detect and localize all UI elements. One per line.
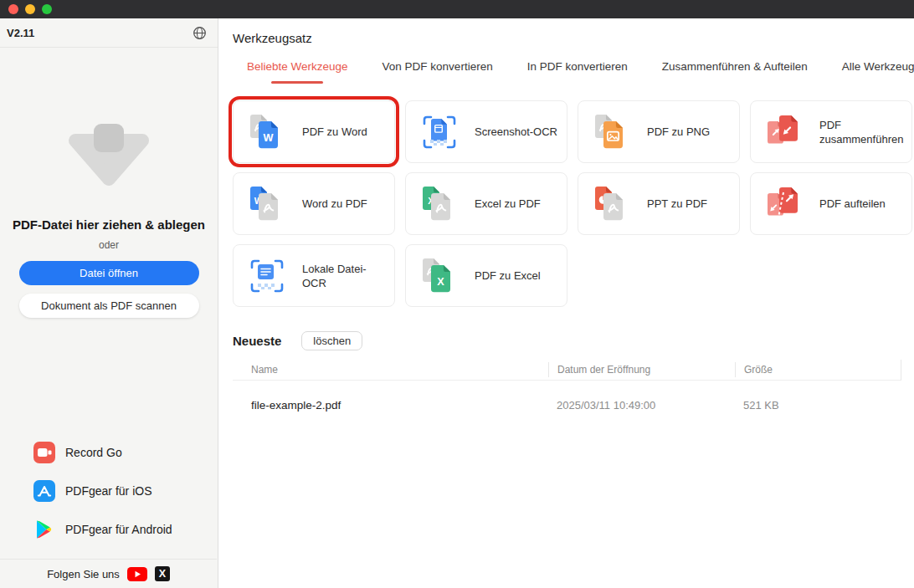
x-icon[interactable]: X bbox=[155, 566, 170, 581]
tool-label: PDF zu PNG bbox=[647, 125, 715, 139]
sidebar-link-label: PDFgear für iOS bbox=[65, 484, 151, 498]
recent-file-date: 2025/03/11 10:49:00 bbox=[548, 399, 735, 412]
tab-in-pdf-konvertieren[interactable]: In PDF konvertieren bbox=[527, 60, 628, 84]
column-header-date: Datum der Eröffnung bbox=[548, 362, 735, 377]
tool-label: Screenshot-OCR bbox=[475, 125, 562, 139]
excel-to-pdf-icon: X bbox=[421, 186, 458, 222]
dropzone-title: PDF-Datei hier ziehen & ablegen bbox=[0, 217, 218, 232]
word-to-pdf-icon: W bbox=[249, 186, 285, 222]
tool-label: Lokale Datei-OCR bbox=[302, 262, 394, 290]
recent-title: Neueste bbox=[233, 334, 281, 348]
google-play-icon bbox=[33, 519, 55, 540]
titlebar bbox=[0, 0, 914, 18]
pdf-dropzone[interactable]: PDF-Datei hier ziehen & ablegen oder Dat… bbox=[0, 119, 218, 318]
tool-card-ppt-zu-pdf[interactable]: PPT zu PDF bbox=[578, 172, 740, 235]
tool-card-excel-zu-pdf[interactable]: X Excel zu PDF bbox=[405, 172, 567, 235]
local-ocr-icon bbox=[249, 258, 285, 294]
sidebar-link-label: PDFgear für Android bbox=[65, 523, 172, 536]
screenshot-ocr-icon bbox=[421, 114, 458, 151]
sidebar-header: V2.11 bbox=[0, 18, 218, 48]
sidebar-link-record-go[interactable]: Record Go bbox=[33, 442, 172, 463]
ppt-to-pdf-icon bbox=[593, 186, 630, 222]
tool-label: PPT zu PDF bbox=[647, 197, 712, 211]
youtube-icon[interactable] bbox=[127, 567, 147, 581]
close-window-button[interactable] bbox=[8, 4, 18, 14]
tool-card-word-zu-pdf[interactable]: W Word zu PDF bbox=[233, 172, 395, 235]
tab-beliebte-werkzeuge[interactable]: Beliebte Werkzeuge bbox=[247, 60, 348, 84]
pdf-merge-icon bbox=[766, 114, 803, 151]
tool-tabs: Beliebte WerkzeugeVon PDF konvertierenIn… bbox=[247, 60, 914, 84]
recent-file-row[interactable]: file-example-2.pdf2025/03/11 10:49:00521… bbox=[233, 381, 901, 429]
pdf-to-word-icon: W bbox=[249, 114, 285, 151]
svg-text:X: X bbox=[159, 568, 167, 580]
tab-zusammenführen-aufteilen[interactable]: Zusammenführen & Aufteilen bbox=[662, 60, 808, 84]
recent-header: Neueste löschen bbox=[233, 331, 362, 350]
app-store-icon bbox=[33, 480, 55, 502]
page-title: Werkzeugsatz bbox=[233, 31, 312, 45]
recent-file-size: 521 KB bbox=[735, 399, 901, 412]
follow-label: Folgen Sie uns bbox=[47, 568, 120, 580]
tool-card-pdf-zu-word[interactable]: WPDF zu Word bbox=[233, 100, 395, 163]
record-go-icon bbox=[33, 442, 55, 463]
tab-alle-werkzeuge[interactable]: Alle Werkzeuge bbox=[842, 60, 914, 84]
minimize-window-button[interactable] bbox=[25, 4, 35, 14]
tool-card-pdf-aufteilen[interactable]: PDF aufteilen bbox=[750, 172, 912, 235]
tool-label: PDF zu Excel bbox=[475, 268, 546, 283]
sidebar-link-pdfgear-für-ios[interactable]: PDFgear für iOS bbox=[33, 480, 172, 502]
tool-label: PDF zu Word bbox=[302, 125, 372, 139]
pdf-split-icon bbox=[766, 186, 803, 222]
tool-label: PDF zusammenführen bbox=[819, 118, 911, 146]
sidebar-links: Record GoPDFgear für iOSPDFgear für Andr… bbox=[33, 442, 172, 557]
recent-file-name: file-example-2.pdf bbox=[233, 399, 548, 412]
pdfgear-window: V2.11 PDF-Datei hier ziehen & ablegen od… bbox=[0, 0, 914, 588]
tool-card-pdf-zusammenführen[interactable]: PDF zusammenführen bbox=[750, 100, 912, 163]
tool-card-pdf-zu-excel[interactable]: XPDF zu Excel bbox=[405, 244, 567, 307]
pdf-to-png-icon bbox=[593, 114, 630, 151]
clear-recent-button[interactable]: löschen bbox=[301, 331, 362, 350]
zoom-window-button[interactable] bbox=[42, 4, 52, 14]
tool-card-screenshot-ocr[interactable]: Screenshot-OCR bbox=[405, 100, 567, 163]
pdf-to-excel-icon: X bbox=[421, 258, 458, 294]
follow-bar: Folgen Sie uns X bbox=[0, 559, 217, 588]
tool-grid: WPDF zu Word Screenshot-OCR PDF zu PNG P… bbox=[233, 100, 912, 307]
main-content: Werkzeugsatz Beliebte WerkzeugeVon PDF k… bbox=[219, 18, 914, 588]
app-version: V2.11 bbox=[7, 27, 34, 39]
tool-card-lokale-datei-ocr[interactable]: Lokale Datei-OCR bbox=[233, 244, 395, 307]
tool-label: PDF aufteilen bbox=[819, 197, 891, 211]
dropzone-or-label: oder bbox=[0, 239, 218, 251]
tool-label: Excel zu PDF bbox=[475, 197, 546, 211]
language-globe-icon[interactable] bbox=[191, 24, 208, 41]
column-header-size: Größe bbox=[735, 362, 901, 377]
drop-arrow-icon bbox=[65, 119, 152, 194]
svg-text:X: X bbox=[437, 275, 444, 287]
tab-von-pdf-konvertieren[interactable]: Von PDF konvertieren bbox=[383, 60, 493, 84]
recent-table-header: Name Datum der Eröffnung Größe bbox=[233, 360, 901, 381]
recent-table: Name Datum der Eröffnung Größe file-exam… bbox=[233, 360, 901, 429]
recent-rows: file-example-2.pdf2025/03/11 10:49:00521… bbox=[233, 381, 901, 429]
svg-text:W: W bbox=[264, 131, 274, 143]
column-header-name: Name bbox=[233, 362, 548, 377]
sidebar-link-pdfgear-für-android[interactable]: PDFgear für Android bbox=[33, 519, 172, 540]
tool-card-pdf-zu-png[interactable]: PDF zu PNG bbox=[578, 100, 740, 163]
sidebar: V2.11 PDF-Datei hier ziehen & ablegen od… bbox=[0, 18, 218, 588]
sidebar-link-label: Record Go bbox=[65, 446, 122, 459]
open-file-button[interactable]: Datei öffnen bbox=[19, 261, 199, 285]
scan-document-button[interactable]: Dokument als PDF scannen bbox=[19, 294, 199, 318]
tool-label: Word zu PDF bbox=[302, 197, 372, 211]
